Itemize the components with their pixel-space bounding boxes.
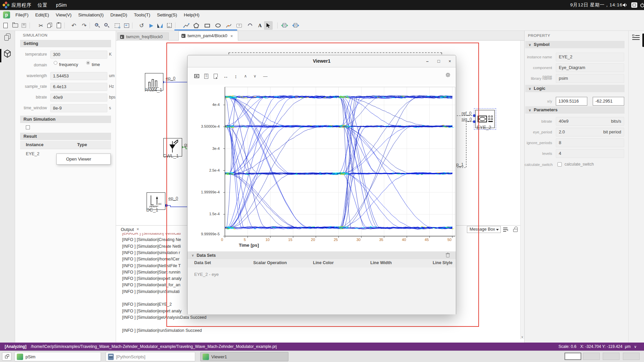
toolbar-align-horizontal[interactable] xyxy=(280,21,289,30)
menu-toolst[interactable]: Tools(T) xyxy=(130,10,154,20)
workspace-1[interactable] xyxy=(565,353,581,360)
places-menu[interactable]: 位置 xyxy=(38,0,48,10)
field-sample_rate[interactable]: 6.4e13 xyxy=(50,83,107,91)
toolbar-zoom-region[interactable] xyxy=(113,21,121,30)
toolbar-run[interactable]: ▶ xyxy=(147,21,156,30)
toolbar-polyline[interactable] xyxy=(182,21,191,30)
toolbar-mirror[interactable] xyxy=(156,21,164,30)
run-checkbox[interactable] xyxy=(26,125,30,129)
param-field-ignore_periods[interactable]: 8 xyxy=(556,138,624,147)
clock[interactable]: 9月12日 星期一，14:16 xyxy=(570,0,623,10)
power-icon[interactable] xyxy=(640,3,644,7)
toolbar-ellipse[interactable] xyxy=(214,21,222,30)
output-tab-close-icon[interactable]: × xyxy=(137,227,139,232)
param-field-levels[interactable]: 4 xyxy=(556,149,624,158)
toolbar-align-vertical[interactable] xyxy=(291,21,300,30)
output-tab-label[interactable]: Output xyxy=(121,227,134,232)
status-unit[interactable]: μm xyxy=(625,343,631,351)
toolbar-paste[interactable] xyxy=(54,21,63,30)
toolbar-zoom-out[interactable]: - xyxy=(102,21,111,30)
toolbar-component[interactable] xyxy=(165,21,174,30)
viewer-export-image-icon[interactable] xyxy=(212,72,220,80)
toolbar-new-document[interactable] xyxy=(1,21,10,30)
task-viewer1[interactable]: Viewer1 xyxy=(200,352,288,361)
result-section-header[interactable]: Result xyxy=(20,133,111,140)
task-pythonscripts[interactable]: [PythonScripts] xyxy=(106,352,195,361)
menu-simulationi[interactable]: Simulation(I) xyxy=(75,10,107,20)
viewer-fit-view-icon[interactable] xyxy=(193,72,201,80)
component-rail-icon[interactable] xyxy=(4,50,11,58)
prop-field-component-name[interactable]: Eye_Diagram xyxy=(556,63,624,72)
dataset-row[interactable]: EYE_2 - eye xyxy=(194,272,219,277)
logic-section-header[interactable]: ∨Logic xyxy=(525,85,625,92)
setting-section-header[interactable]: Setting xyxy=(20,40,111,47)
param-field-bitrate[interactable]: 40e9bits/s xyxy=(556,117,624,126)
calculate-switch-checkbox[interactable] xyxy=(557,162,562,167)
y-coordinate-field[interactable]: -62.2951 xyxy=(593,97,624,106)
symbol-section-header[interactable]: ∨Symbol xyxy=(525,41,625,48)
app-launcher-icon[interactable] xyxy=(2,1,10,9)
toolbar-rectangle[interactable] xyxy=(203,21,212,30)
viewer-move-up-icon[interactable]: ∧ xyxy=(241,72,250,80)
workspace-2[interactable] xyxy=(583,353,600,360)
toolbar-snapshot[interactable] xyxy=(235,21,244,30)
documents-rail-icon[interactable] xyxy=(4,34,11,41)
radio-time[interactable] xyxy=(86,61,90,65)
volume-icon[interactable] xyxy=(623,3,628,7)
viewer-expand-vertical-icon[interactable]: ↕ xyxy=(232,72,240,80)
datasets-header[interactable]: ∨ Data Sets xyxy=(187,251,456,259)
viewer-expand-horizontal-icon[interactable]: ↔ xyxy=(222,72,230,80)
toolbar-cut[interactable]: ✂ xyxy=(37,21,45,30)
x-coordinate-field[interactable]: 1309.5116 xyxy=(556,97,587,106)
viewer-titlebar[interactable]: Viewer1 – □ × xyxy=(187,55,456,67)
viewer-settings-gear-icon[interactable] xyxy=(445,72,452,79)
task-psim[interactable]: pSim xyxy=(14,352,101,361)
menu-settings[interactable]: Setting(S) xyxy=(154,10,180,20)
input-method-icon[interactable] xyxy=(631,2,637,8)
toolbar-open-folder[interactable] xyxy=(11,21,19,30)
toolbar-curve[interactable] xyxy=(224,21,233,30)
field-temperature[interactable]: 300 xyxy=(50,51,107,59)
parameters-section-header[interactable]: ∨Parameters xyxy=(525,106,625,114)
menu-edite[interactable]: Edit(E) xyxy=(32,10,52,20)
menu-filef[interactable]: File(F) xyxy=(12,10,32,20)
menu-viewv[interactable]: View(V) xyxy=(52,10,75,20)
run-simulation-header[interactable]: Run Simulation xyxy=(20,116,111,123)
context-menu-open-viewer[interactable]: Open Viewer xyxy=(57,154,110,164)
radio-frequency[interactable] xyxy=(54,61,57,65)
field-bitrate[interactable]: 40e9 xyxy=(50,94,107,102)
workspace-4[interactable] xyxy=(623,353,640,360)
tab-twmzm-pam4[interactable]: twmzm_pam4/Block0 × xyxy=(178,31,238,41)
field-wavelength[interactable]: 1.54453 xyxy=(50,72,107,80)
toolbar-redo[interactable]: ↷ xyxy=(80,21,89,30)
tab-close-icon[interactable]: × xyxy=(230,34,233,39)
viewer-binary-data-icon[interactable]: 0110 xyxy=(202,72,210,80)
toolbar-zoom-fit[interactable] xyxy=(122,21,131,30)
canvas-vscrollbar[interactable] xyxy=(520,41,524,339)
active-app-menu[interactable]: pSim xyxy=(56,0,67,10)
applications-menu[interactable]: 应用程序 xyxy=(11,0,32,10)
toolbar-arc[interactable] xyxy=(246,21,254,30)
delete-dataset-icon[interactable] xyxy=(446,253,450,258)
viewer-move-down-icon[interactable]: ∨ xyxy=(251,72,259,80)
menu-drawd[interactable]: Draw(D) xyxy=(107,10,130,20)
minimize-button[interactable]: – xyxy=(424,58,430,64)
prop-field-library-name[interactable]: psim xyxy=(556,74,624,83)
toolbar-undo[interactable]: ↶ xyxy=(69,21,78,30)
workspace-3[interactable] xyxy=(603,353,620,360)
property-list-icon[interactable] xyxy=(632,34,640,42)
param-field-eye_period[interactable]: 2.0bit period xyxy=(556,128,624,136)
toolbar-save[interactable] xyxy=(19,21,28,30)
toolbar-zoom-in[interactable]: + xyxy=(93,21,102,30)
lock-log-icon[interactable] xyxy=(513,226,518,232)
prop-field-instance-name[interactable]: EYE_2 xyxy=(556,53,624,61)
tab-twmzm-freq[interactable]: twmzm_freq/Block0 xyxy=(117,33,169,41)
scroll-down-icon[interactable]: ∨ xyxy=(520,335,524,339)
clear-log-icon[interactable]: x xyxy=(503,227,508,232)
toolbar-copy[interactable] xyxy=(46,21,54,30)
menu-helph[interactable]: Help(H) xyxy=(180,10,203,20)
toolbar-select-cursor[interactable] xyxy=(264,21,273,30)
maximize-button[interactable]: □ xyxy=(436,58,442,64)
toolbar-rotate[interactable]: ↺ xyxy=(137,21,146,30)
toolbar-text[interactable]: A xyxy=(256,21,264,30)
